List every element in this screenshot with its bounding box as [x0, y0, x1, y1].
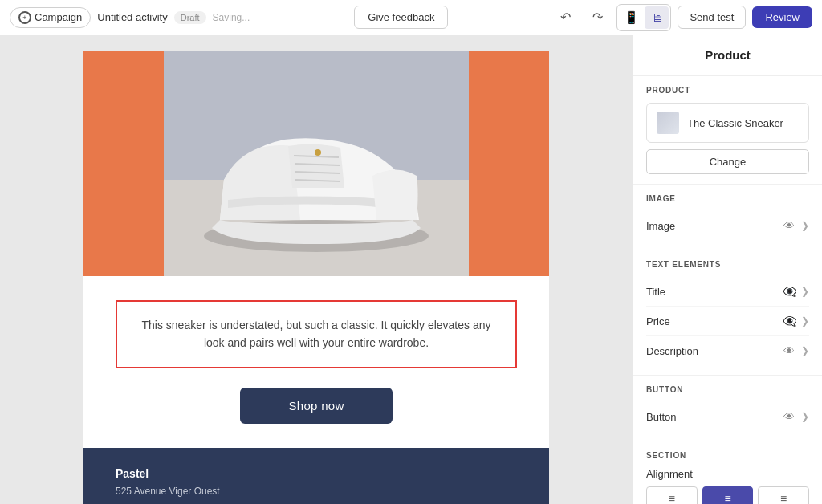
svg-point-7 — [315, 149, 321, 156]
price-row: Price 👁️‍🗨️ ❯ — [646, 307, 809, 336]
image-row-label: Image — [646, 220, 675, 232]
email-body: This sneaker is understated, but such a … — [83, 276, 549, 448]
description-visibility-icon[interactable]: 👁 — [782, 343, 796, 358]
price-visibility-icon[interactable]: 👁️‍🗨️ — [782, 314, 796, 328]
align-left-icon: ≡ — [669, 492, 675, 504]
description-row: Description 👁 ❯ — [646, 336, 809, 365]
button-row-label: Button — [646, 411, 677, 423]
image-section-label: IMAGE — [646, 194, 809, 203]
title-visibility-icon[interactable]: 👁️‍🗨️ — [782, 284, 796, 299]
image-row: Image 👁 ❯ — [646, 211, 809, 240]
email-canvas: This sneaker is understated, but such a … — [83, 51, 549, 504]
section-section: SECTION Alignment ≡ ≡ ≡ — [633, 441, 822, 504]
button-row: Button 👁 ❯ — [646, 402, 809, 431]
footer-address: 525 Avenue Viger Ouest Suite 300 Montrea… — [116, 483, 517, 504]
product-name: The Classic Sneaker — [687, 117, 783, 129]
title-chevron-icon[interactable]: ❯ — [801, 286, 809, 297]
image-section: IMAGE Image 👁 ❯ — [633, 185, 822, 250]
product-section: PRODUCT The Classic Sneaker Change — [633, 76, 822, 185]
text-section-label: TEXT ELEMENTS — [646, 260, 809, 269]
topbar-right: ↶ ↷ 📱 🖥 Send test Review — [552, 4, 812, 31]
review-button[interactable]: Review — [752, 6, 812, 28]
footer-line2: Suite 300 — [116, 500, 517, 504]
main-content: This sneaker is understated, but such a … — [0, 35, 822, 504]
redo-button[interactable]: ↷ — [584, 5, 610, 30]
button-visibility-icon[interactable]: 👁 — [782, 409, 796, 424]
desktop-device-button[interactable]: 🖥 — [645, 6, 669, 29]
panel-header: Product — [633, 35, 822, 76]
change-product-button[interactable]: Change — [646, 149, 809, 174]
description-box: This sneaker is understated, but such a … — [116, 300, 517, 368]
image-visibility-icon[interactable]: 👁 — [782, 218, 796, 233]
button-section: BUTTON Button 👁 ❯ — [633, 376, 822, 441]
campaign-label: Campaign — [35, 11, 82, 23]
right-panel: Product PRODUCT The Classic Sneaker Chan… — [633, 35, 822, 504]
product-section-label: PRODUCT — [646, 86, 809, 95]
panel-title: Product — [705, 48, 751, 62]
button-row-actions: 👁 ❯ — [782, 409, 809, 424]
price-row-actions: 👁️‍🗨️ ❯ — [782, 314, 809, 328]
redo-icon: ↷ — [592, 10, 603, 25]
price-chevron-icon[interactable]: ❯ — [801, 315, 809, 327]
section-label: SECTION — [646, 451, 809, 460]
device-toggle-group: 📱 🖥 — [616, 4, 671, 31]
activity-title: Untitled activity — [97, 11, 167, 23]
mobile-device-button[interactable]: 📱 — [619, 6, 643, 29]
shop-btn-wrapper: Shop now — [116, 388, 517, 424]
description-row-actions: 👁 ❯ — [782, 343, 809, 358]
feedback-button[interactable]: Give feedback — [354, 6, 448, 29]
title-row: Title 👁️‍🗨️ ❯ — [646, 277, 809, 307]
description-row-label: Description — [646, 345, 698, 357]
image-chevron-icon[interactable]: ❯ — [801, 220, 809, 231]
button-section-label: BUTTON — [646, 385, 809, 394]
topbar-left: + Campaign Untitled activity Draft Savin… — [10, 7, 250, 28]
desktop-icon: 🖥 — [651, 10, 663, 24]
canvas-area: This sneaker is understated, but such a … — [0, 35, 633, 504]
button-chevron-icon[interactable]: ❯ — [801, 411, 809, 422]
product-thumbnail — [657, 112, 679, 134]
mobile-icon: 📱 — [624, 10, 639, 25]
undo-button[interactable]: ↶ — [552, 5, 578, 30]
campaign-button[interactable]: + Campaign — [10, 7, 91, 28]
title-row-label: Title — [646, 286, 665, 298]
align-center-button[interactable]: ≡ — [702, 486, 754, 504]
alignment-label: Alignment — [646, 468, 809, 480]
alignment-group: ≡ ≡ ≡ — [646, 486, 809, 504]
price-row-label: Price — [646, 315, 670, 327]
text-elements-section: TEXT ELEMENTS Title 👁️‍🗨️ ❯ Price 👁️‍🗨️ … — [633, 250, 822, 376]
undo-icon: ↶ — [560, 10, 571, 25]
topbar: + Campaign Untitled activity Draft Savin… — [0, 0, 822, 35]
topbar-center: Give feedback — [256, 6, 546, 29]
email-footer: Pastel 525 Avenue Viger Ouest Suite 300 … — [83, 448, 549, 504]
shop-now-button[interactable]: Shop now — [240, 388, 392, 424]
align-center-icon: ≡ — [724, 492, 730, 504]
saving-text: Saving... — [213, 12, 250, 23]
align-right-button[interactable]: ≡ — [758, 486, 809, 504]
footer-brand: Pastel — [116, 467, 517, 480]
sneaker-image — [164, 51, 469, 276]
send-test-button[interactable]: Send test — [678, 6, 746, 29]
description-text: This sneaker is understated, but such a … — [136, 316, 496, 352]
draft-badge: Draft — [174, 11, 206, 24]
image-row-actions: 👁 ❯ — [782, 218, 809, 233]
product-card: The Classic Sneaker — [646, 103, 809, 143]
email-hero — [83, 51, 549, 276]
description-chevron-icon[interactable]: ❯ — [801, 345, 809, 356]
footer-line1: 525 Avenue Viger Ouest — [116, 483, 517, 501]
align-right-icon: ≡ — [780, 492, 787, 504]
align-left-button[interactable]: ≡ — [646, 486, 698, 504]
campaign-icon: + — [18, 11, 31, 24]
title-row-actions: 👁️‍🗨️ ❯ — [782, 284, 809, 299]
